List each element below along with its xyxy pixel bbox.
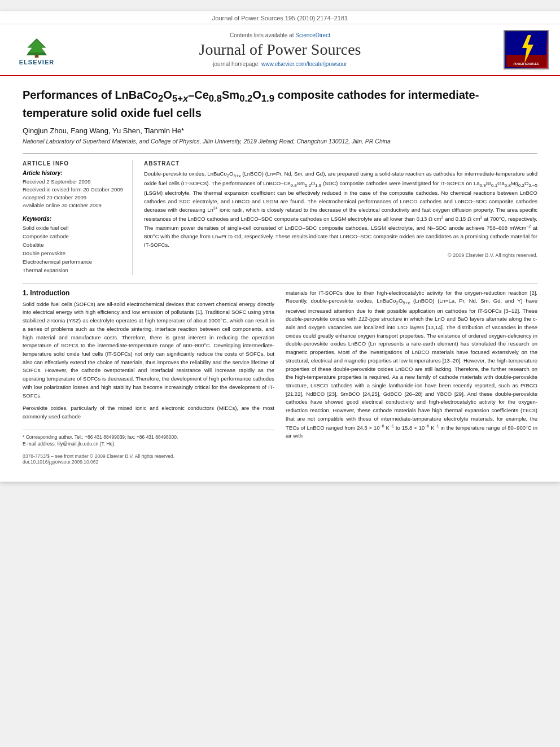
svg-text:POWER SOURCES: POWER SOURCES (513, 62, 539, 65)
abstract-label: ABSTRACT (144, 160, 537, 167)
article-history-block: Article history: Received 2 September 20… (23, 170, 126, 210)
keyword-2: Composite cathode (23, 232, 126, 241)
issn-line: 0378-7753/$ – see front matter © 2009 El… (23, 453, 274, 459)
homepage-url[interactable]: www.elsevier.com/locate/jpowsour (261, 61, 347, 67)
revised-date: Received in revised form 20 October 2009 (23, 186, 126, 194)
journal-citation-text: Journal of Power Sources 195 (2010) 2174… (212, 15, 348, 21)
copyright-text: © 2009 Elsevier B.V. All rights reserved… (144, 252, 537, 258)
elsevier-tree-icon (23, 37, 51, 59)
journal-title-area: Contents lists available at ScienceDirec… (68, 32, 492, 67)
abstract-section: ABSTRACT Double-perovskite oxides, LnBaC… (144, 160, 537, 259)
keyword-4: Double perovskite (23, 249, 126, 257)
doi-line: doi:10.1016/j.jpowsour.2009.10.062 (23, 459, 274, 465)
received-date: Received 2 September 2009 (23, 178, 126, 186)
footnote-email: E-mail address: lily@mail.jlu.edu.cn (T.… (23, 440, 274, 448)
journal-homepage: journal homepage: www.elsevier.com/locat… (68, 61, 492, 67)
intro-para-right-1: materials for IT-SOFCs due to their high… (286, 289, 537, 441)
journal-logo-area: POWER SOURCES (492, 30, 549, 69)
abstract-column: ABSTRACT Double-perovskite oxides, LnBaC… (144, 160, 537, 275)
keywords-block: Keywords: Solid oxide fuel cell Composit… (23, 216, 126, 275)
journal-logo-box: POWER SOURCES (504, 30, 549, 69)
footnote-star: * Corresponding author. Tel.: +86 431 88… (23, 434, 274, 441)
article-authors: Qingjun Zhou, Fang Wang, Yu Shen, Tianmi… (23, 126, 537, 135)
page: Journal of Power Sources 195 (2010) 2174… (0, 11, 560, 482)
journal-header: ELSEVIER Contents lists available at Sci… (0, 24, 560, 76)
intro-para-1: Solid oxide fuel cells (SOFCs) are all-s… (23, 300, 274, 400)
main-right-column: materials for IT-SOFCs due to their high… (286, 289, 537, 465)
sciencedirect-line: Contents lists available at ScienceDirec… (68, 32, 492, 38)
article-info-label: ARTICLE INFO (23, 160, 126, 167)
article-affiliation: National Laboratory of Superhard Materia… (23, 138, 537, 145)
keyword-1: Solid oxide fuel cell (23, 224, 126, 232)
main-content: 1. Introduction Solid oxide fuel cells (… (23, 289, 537, 465)
journal-title: Journal of Power Sources (68, 41, 492, 59)
elsevier-logo: ELSEVIER (11, 34, 62, 65)
keyword-5: Electrochemical performance (23, 257, 126, 266)
elsevier-logo-area: ELSEVIER (11, 34, 68, 65)
available-date: Available online 30 October 2009 (23, 202, 126, 209)
elsevier-wordmark: ELSEVIER (19, 59, 54, 65)
footnote-section: * Corresponding author. Tel.: +86 431 88… (23, 430, 274, 448)
keyword-3: Cobaltite (23, 241, 126, 249)
intro-para-2: Perovskite oxides, particularly of the m… (23, 404, 274, 421)
main-left-column: 1. Introduction Solid oxide fuel cells (… (23, 289, 274, 465)
article-info-column: ARTICLE INFO Article history: Received 2… (23, 160, 133, 275)
keywords-label: Keywords: (23, 216, 126, 222)
introduction-heading: 1. Introduction (23, 289, 274, 297)
abstract-text: Double-perovskite oxides, LnBaCo2O5+x (L… (144, 170, 537, 250)
article-info-abstract-row: ARTICLE INFO Article history: Received 2… (23, 153, 537, 275)
section-divider (23, 283, 537, 283)
accepted-date: Accepted 20 October 2009 (23, 194, 126, 202)
history-label: Article history: (23, 170, 126, 176)
keyword-6: Thermal expansion (23, 266, 126, 274)
article-title: Performances of LnBaCo2O5+x–Ce0.8Sm0.2O1… (23, 88, 537, 121)
sciencedirect-link[interactable]: ScienceDirect (295, 32, 330, 38)
svg-marker-2 (28, 40, 45, 53)
power-sources-logo-icon: POWER SOURCES (506, 32, 546, 67)
article-body: Performances of LnBaCo2O5+x–Ce0.8Sm0.2O1… (0, 76, 560, 482)
journal-citation-bar: Journal of Power Sources 195 (2010) 2174… (0, 11, 560, 24)
